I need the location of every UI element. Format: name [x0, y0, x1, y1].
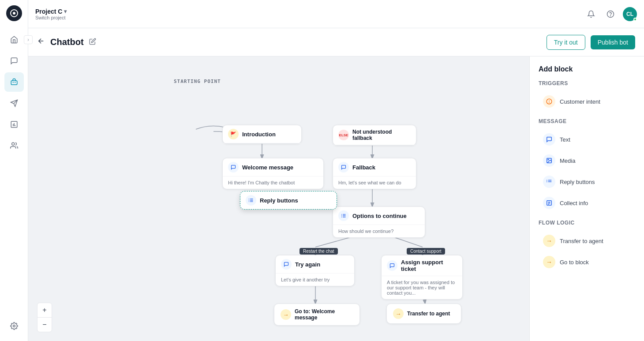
node-try-again-header: Try again — [276, 255, 354, 274]
media-block-icon — [543, 154, 555, 167]
svg-point-1 — [13, 12, 15, 15]
svg-line-18 — [394, 237, 423, 247]
main-content: Project C ▾ Switch project CL › — [28, 0, 644, 341]
block-media[interactable]: Media — [539, 151, 635, 170]
topbar-left: Project C ▾ Switch project — [35, 8, 579, 20]
content-area: STARTING POINT 🚩 Introduction — [28, 56, 644, 341]
node-fallback-body: Hm, let's see what we can do — [333, 176, 416, 189]
node-introduction-title: Introduction — [242, 131, 276, 138]
node-options-title: Options to continue — [352, 213, 407, 219]
block-collect-info[interactable]: Collect info — [539, 193, 635, 213]
go-to-block-label: Go to block — [560, 259, 589, 266]
node-introduction-header: 🚩 Introduction — [223, 125, 301, 143]
block-go-to-block[interactable]: → Go to block — [539, 252, 635, 272]
node-goto-welcome[interactable]: → Go to: Welcome message — [274, 304, 360, 326]
sidebar-expand-btn[interactable]: › — [28, 35, 33, 44]
sidebar-item-send[interactable] — [4, 94, 24, 113]
options-icon — [338, 210, 349, 221]
message-label: Message — [539, 118, 635, 124]
customer-intent-icon — [543, 95, 555, 108]
panel-title: Add block — [539, 65, 635, 73]
zoom-in-button[interactable]: + — [37, 303, 52, 317]
sidebar — [0, 0, 28, 341]
collect-info-label: Collect info — [560, 200, 588, 206]
node-not-understood-header: ELSE Not understood fallback — [333, 125, 416, 145]
block-reply-buttons[interactable]: Reply buttons — [539, 172, 635, 191]
triggers-section: Triggers Customer intent — [539, 80, 635, 111]
transfer-agent-icon: → — [543, 235, 555, 247]
node-transfer-agent[interactable]: → Transfer to agent — [386, 304, 461, 324]
node-reply-title: Reply buttons — [260, 197, 298, 204]
sidebar-item-bot[interactable] — [4, 72, 24, 92]
edit-icon[interactable] — [89, 38, 96, 47]
node-welcome-title: Welcome message — [242, 164, 293, 171]
sidebar-item-users[interactable] — [4, 136, 24, 155]
restart-label: Restart the chat — [300, 248, 338, 255]
topbar: Project C ▾ Switch project CL — [28, 0, 644, 28]
back-button[interactable] — [37, 37, 45, 47]
go-to-block-icon: → — [543, 256, 555, 268]
node-not-understood-title: Not understood fallback — [352, 129, 411, 141]
else-icon: ELSE — [338, 130, 349, 140]
node-reply-buttons-drag[interactable]: Reply buttons — [240, 191, 337, 210]
block-customer-intent[interactable]: Customer intent — [539, 92, 635, 111]
svg-point-40 — [548, 159, 549, 160]
node-try-again-body: Let's give it another try — [276, 274, 354, 286]
svg-line-17 — [315, 237, 350, 247]
notification-icon[interactable] — [584, 7, 598, 21]
node-not-understood[interactable]: ELSE Not understood fallback — [333, 125, 416, 146]
node-welcome-message[interactable]: Welcome message Hi there! I'm Chatty the… — [222, 158, 324, 189]
customer-intent-label: Customer intent — [560, 98, 600, 105]
text-block-icon — [543, 133, 555, 146]
reply-buttons-icon — [543, 176, 555, 188]
node-introduction[interactable]: 🚩 Introduction — [222, 125, 302, 144]
topbar-icons: CL — [584, 7, 637, 21]
message-icon — [228, 162, 239, 172]
node-assign-support[interactable]: Assign support ticket A ticket for you w… — [381, 255, 463, 300]
project-switch-label: Switch project — [35, 15, 67, 20]
sidebar-item-home[interactable] — [4, 30, 24, 49]
message-icon-2 — [338, 162, 349, 172]
sidebar-item-analytics[interactable] — [4, 115, 24, 134]
flow-label: Flow logic — [539, 220, 635, 226]
block-text[interactable]: Text — [539, 130, 635, 149]
chatbot-title: Chatbot — [50, 37, 84, 47]
app-logo — [6, 5, 22, 21]
svg-point-9 — [13, 325, 15, 327]
sidebar-item-settings[interactable] — [4, 316, 24, 336]
canvas[interactable]: STARTING POINT 🚩 Introduction — [28, 56, 529, 341]
node-options-body: How should we continue? — [333, 225, 425, 237]
project-name[interactable]: Project C ▾ — [35, 8, 67, 15]
assign-icon — [387, 260, 397, 271]
zoom-out-button[interactable]: − — [37, 318, 52, 332]
node-reply-header: Reply buttons — [240, 191, 337, 209]
triggers-label: Triggers — [539, 80, 635, 86]
node-welcome-header: Welcome message — [223, 158, 323, 176]
try-again-icon — [281, 259, 292, 270]
node-options[interactable]: Options to continue How should we contin… — [333, 206, 425, 238]
right-panel: Add block Triggers Customer intent Messa… — [529, 56, 644, 341]
node-assign-title: Assign support ticket — [401, 259, 457, 272]
collect-info-icon — [543, 197, 555, 209]
transfer-icon: → — [393, 308, 404, 319]
message-section: Message Text Media — [539, 118, 635, 213]
node-options-header: Options to continue — [333, 207, 425, 225]
node-try-again-title: Try again — [295, 261, 320, 268]
goto-icon: → — [281, 309, 291, 320]
online-indicator — [633, 18, 637, 21]
chatbot-area: › Chatbot Try it out Publish bot — [28, 28, 644, 341]
try-it-button[interactable]: Try it out — [547, 35, 585, 50]
node-try-again[interactable]: Try again Let's give it another try — [275, 255, 355, 286]
publish-button[interactable]: Publish bot — [591, 35, 635, 49]
avatar[interactable]: CL — [623, 7, 637, 21]
node-fallback[interactable]: Fallback Hm, let's see what we can do — [333, 158, 416, 189]
sidebar-item-chat[interactable] — [4, 51, 24, 71]
help-icon[interactable] — [603, 7, 618, 21]
node-fallback-header-inner: Fallback — [333, 158, 416, 176]
text-block-label: Text — [560, 136, 570, 143]
node-assign-header: Assign support ticket — [382, 255, 462, 276]
svg-rect-2 — [11, 81, 17, 85]
block-transfer-agent[interactable]: → Transfer to agent — [539, 231, 635, 251]
project-info: Project C ▾ Switch project — [35, 8, 67, 20]
node-transfer-title: Transfer to agent — [407, 311, 450, 317]
